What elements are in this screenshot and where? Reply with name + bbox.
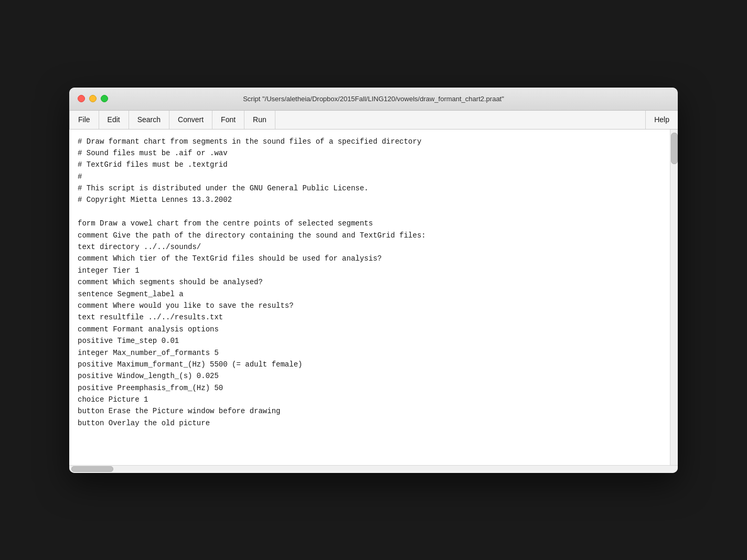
content-area: # Draw formant chart from segments in th… (69, 130, 678, 465)
horizontal-scrollbar[interactable] (69, 465, 678, 473)
menu-spacer (275, 111, 645, 129)
main-window: Script "/Users/aletheia/Dropbox/2015Fall… (69, 88, 678, 473)
window-title: Script "/Users/aletheia/Dropbox/2015Fall… (243, 95, 504, 103)
horizontal-scrollbar-thumb[interactable] (71, 466, 113, 472)
traffic-lights (78, 95, 108, 102)
menu-edit[interactable]: Edit (99, 111, 129, 129)
code-editor[interactable]: # Draw formant chart from segments in th… (69, 130, 670, 465)
minimize-button[interactable] (89, 95, 97, 102)
menu-run[interactable]: Run (244, 111, 275, 129)
menubar: File Edit Search Convert Font Run Help (69, 111, 678, 130)
maximize-button[interactable] (101, 95, 108, 102)
scrollbar-thumb[interactable] (671, 133, 678, 164)
close-button[interactable] (78, 95, 85, 102)
menu-convert[interactable]: Convert (169, 111, 212, 129)
menu-file[interactable]: File (69, 111, 99, 129)
vertical-scrollbar[interactable] (670, 130, 678, 465)
menu-search[interactable]: Search (129, 111, 169, 129)
menu-font[interactable]: Font (212, 111, 244, 129)
titlebar: Script "/Users/aletheia/Dropbox/2015Fall… (69, 88, 678, 111)
menu-help[interactable]: Help (645, 111, 678, 129)
